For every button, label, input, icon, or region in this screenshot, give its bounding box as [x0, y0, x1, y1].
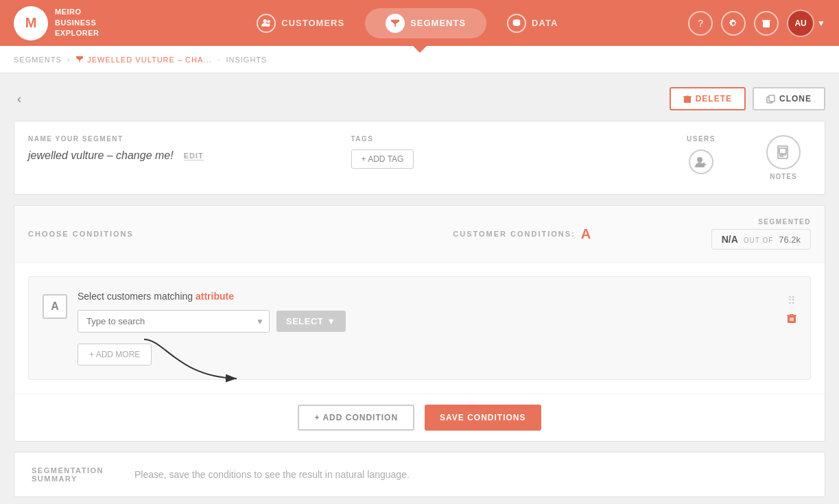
svg-point-9: [697, 157, 702, 163]
attribute-link[interactable]: attribute: [196, 291, 234, 302]
summary-text: Please, save the conditions to see the r…: [134, 469, 410, 480]
notes-button[interactable]: [766, 135, 801, 169]
segmented-na: N/A: [722, 234, 738, 245]
svg-rect-5: [684, 97, 691, 103]
header: M MEIRO BUSINESS EXPLORER CUSTOMERS SEGM…: [0, 0, 839, 46]
svg-rect-3: [763, 21, 770, 27]
nav-segments-label: SEGMENTS: [410, 18, 466, 28]
logo-area: M MEIRO BUSINESS EXPLORER: [14, 6, 99, 40]
conditions-letter-badge: A: [581, 226, 592, 242]
conditions-footer: + ADD CONDITION SAVE CONDITIONS: [14, 394, 825, 441]
summary-label: SEGMENTATIONSUMMARY: [32, 466, 114, 483]
logo-icon[interactable]: M: [14, 6, 48, 40]
users-section: USERS: [674, 135, 729, 174]
nav-item-customers[interactable]: CUSTOMERS: [236, 8, 365, 38]
add-user-button[interactable]: [689, 149, 713, 174]
segmented-total: 76.2k: [779, 235, 801, 245]
avatar[interactable]: AU: [787, 10, 814, 37]
nav-item-segments[interactable]: SEGMENTS: [365, 8, 486, 38]
choose-conditions-label: CHOOSE CONDITIONS: [28, 230, 358, 238]
drag-handle-icon[interactable]: ⠿: [788, 294, 796, 307]
data-nav-icon: [507, 14, 526, 33]
svg-point-0: [263, 19, 267, 22]
breadcrumb-current: JEWELLED VULTURE – CHA...: [75, 56, 211, 64]
tags-label: TAGS: [351, 135, 647, 143]
add-condition-button[interactable]: + ADD CONDITION: [298, 405, 414, 431]
nav-customers-label: CUSTOMERS: [281, 18, 344, 28]
condition-letter: A: [43, 294, 67, 319]
select-dropdown-icon: ▼: [327, 316, 335, 326]
svg-rect-13: [779, 148, 786, 154]
condition-text: Select customers matching attribute: [78, 291, 777, 302]
nav-item-data[interactable]: DATA: [486, 8, 578, 38]
svg-point-1: [268, 20, 270, 23]
users-label: USERS: [687, 135, 716, 143]
segmented-label: SEGMENTED: [758, 218, 811, 226]
condition-inputs: ▼ SELECT ▼: [78, 310, 777, 333]
clone-button[interactable]: CLONE: [753, 87, 825, 110]
segments-nav-icon: [386, 14, 405, 33]
delete-condition-button[interactable]: [787, 313, 796, 326]
main-content: ‹ DELETE CLONE NAME YOUR SEGMENT jewelle…: [0, 73, 839, 504]
delete-button[interactable]: DELETE: [670, 87, 746, 110]
name-label: NAME YOUR SEGMENT: [28, 135, 324, 143]
breadcrumb-dot: ·: [217, 53, 221, 66]
logo-text: MEIRO BUSINESS EXPLORER: [55, 7, 99, 38]
main-nav: CUSTOMERS SEGMENTS DATA: [127, 8, 689, 38]
condition-actions: ⠿: [787, 291, 796, 326]
segment-name-input: jewelled vulture – change me! EDIT: [28, 149, 324, 162]
tags-section: TAGS + ADD TAG: [351, 135, 647, 169]
summary-section: SEGMENTATIONSUMMARY Please, save the con…: [14, 452, 825, 497]
breadcrumb-chevron: ›: [67, 55, 71, 64]
conditions-header: CHOOSE CONDITIONS CUSTOMER CONDITIONS: A…: [14, 206, 825, 263]
segmented-count: N/A OUT OF 76.2k: [711, 229, 811, 250]
edit-link[interactable]: EDIT: [184, 152, 204, 160]
type-search-input[interactable]: [78, 310, 270, 333]
save-conditions-button[interactable]: SAVE CONDITIONS: [425, 405, 541, 431]
avatar-area[interactable]: AU ▼: [787, 10, 825, 37]
segmented-section: SEGMENTED N/A OUT OF 76.2k: [687, 218, 811, 250]
breadcrumb-insights[interactable]: INSIGHTS: [226, 56, 267, 64]
header-right: ? AU ▼: [688, 10, 825, 37]
segment-name-section: NAME YOUR SEGMENT jewelled vulture – cha…: [28, 135, 324, 162]
notes-section: NOTES: [756, 135, 811, 180]
breadcrumb-segments[interactable]: SEGMENTS: [14, 56, 62, 64]
add-tag-button[interactable]: + ADD TAG: [351, 149, 414, 169]
condition-row: A Select customers matching attribute ▼ …: [28, 276, 811, 380]
nav-data-label: DATA: [532, 18, 558, 28]
segment-name-value: jewelled vulture – change me!: [28, 149, 174, 162]
add-more-button[interactable]: + ADD MORE: [78, 344, 152, 365]
settings-button[interactable]: [721, 11, 746, 36]
back-button[interactable]: ‹: [14, 88, 25, 110]
conditions-panel: CHOOSE CONDITIONS CUSTOMER CONDITIONS: A…: [14, 205, 825, 442]
trash-button[interactable]: [754, 11, 779, 36]
notes-label: NOTES: [770, 173, 796, 180]
customer-conditions-label: CUSTOMER CONDITIONS: A: [358, 226, 688, 242]
help-button[interactable]: ?: [688, 11, 713, 36]
segmented-of: OUT OF: [744, 237, 774, 244]
toolbar-right: DELETE CLONE: [670, 87, 825, 110]
search-input-wrapper: ▼: [78, 310, 270, 333]
customers-nav-icon: [257, 14, 276, 33]
top-toolbar: ‹ DELETE CLONE: [14, 87, 825, 110]
svg-rect-8: [769, 95, 775, 101]
select-button[interactable]: SELECT ▼: [276, 311, 346, 332]
conditions-body: A Select customers matching attribute ▼ …: [14, 263, 825, 394]
condition-content: Select customers matching attribute ▼ SE…: [78, 291, 777, 365]
segment-card: NAME YOUR SEGMENT jewelled vulture – cha…: [14, 121, 825, 195]
